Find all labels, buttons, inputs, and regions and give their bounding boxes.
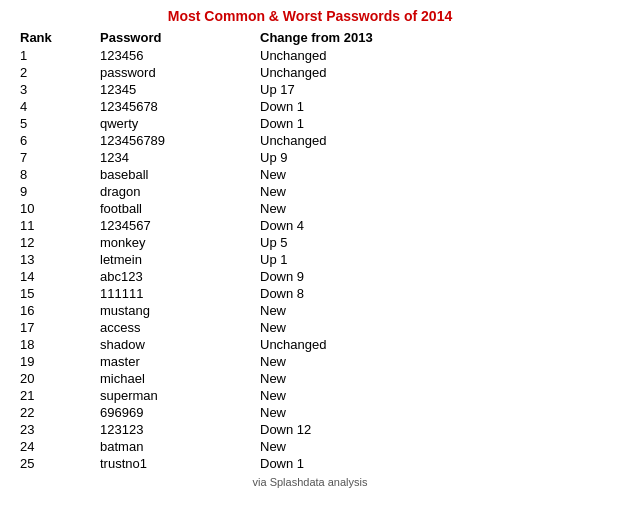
cell-rank: 18 bbox=[20, 337, 100, 352]
cell-password: mustang bbox=[100, 303, 260, 318]
cell-change: Unchanged bbox=[260, 337, 440, 352]
table-header: Rank Password Change from 2013 bbox=[20, 28, 600, 47]
cell-password: master bbox=[100, 354, 260, 369]
cell-change: Up 5 bbox=[260, 235, 440, 250]
table-row: 111234567Down 4 bbox=[20, 217, 600, 234]
cell-change: Down 8 bbox=[260, 286, 440, 301]
table-row: 25trustno1Down 1 bbox=[20, 455, 600, 472]
cell-rank: 21 bbox=[20, 388, 100, 403]
header-change: Change from 2013 bbox=[260, 30, 440, 45]
table-row: 18shadowUnchanged bbox=[20, 336, 600, 353]
cell-change: Down 12 bbox=[260, 422, 440, 437]
table-row: 15111111Down 8 bbox=[20, 285, 600, 302]
cell-change: Down 1 bbox=[260, 116, 440, 131]
cell-rank: 20 bbox=[20, 371, 100, 386]
cell-rank: 10 bbox=[20, 201, 100, 216]
cell-change: New bbox=[260, 320, 440, 335]
cell-change: New bbox=[260, 303, 440, 318]
table-row: 22696969New bbox=[20, 404, 600, 421]
cell-rank: 17 bbox=[20, 320, 100, 335]
cell-change: Up 9 bbox=[260, 150, 440, 165]
table-row: 16mustangNew bbox=[20, 302, 600, 319]
cell-change: New bbox=[260, 167, 440, 182]
cell-change: Up 1 bbox=[260, 252, 440, 267]
cell-password: 12345678 bbox=[100, 99, 260, 114]
cell-rank: 25 bbox=[20, 456, 100, 471]
cell-password: 696969 bbox=[100, 405, 260, 420]
table-row: 24batmanNew bbox=[20, 438, 600, 455]
table-row: 19masterNew bbox=[20, 353, 600, 370]
cell-change: Down 1 bbox=[260, 99, 440, 114]
cell-change: Up 17 bbox=[260, 82, 440, 97]
cell-rank: 22 bbox=[20, 405, 100, 420]
cell-password: monkey bbox=[100, 235, 260, 250]
cell-password: letmein bbox=[100, 252, 260, 267]
cell-rank: 14 bbox=[20, 269, 100, 284]
cell-rank: 15 bbox=[20, 286, 100, 301]
table-row: 13letmeinUp 1 bbox=[20, 251, 600, 268]
table-row: 9dragonNew bbox=[20, 183, 600, 200]
cell-rank: 24 bbox=[20, 439, 100, 454]
cell-password: baseball bbox=[100, 167, 260, 182]
cell-rank: 4 bbox=[20, 99, 100, 114]
cell-rank: 3 bbox=[20, 82, 100, 97]
cell-change: New bbox=[260, 184, 440, 199]
cell-password: batman bbox=[100, 439, 260, 454]
cell-rank: 9 bbox=[20, 184, 100, 199]
cell-password: dragon bbox=[100, 184, 260, 199]
table-row: 312345Up 17 bbox=[20, 81, 600, 98]
cell-password: 111111 bbox=[100, 286, 260, 301]
footer-text: via Splashdata analysis bbox=[20, 476, 600, 488]
cell-password: 1234 bbox=[100, 150, 260, 165]
cell-change: New bbox=[260, 201, 440, 216]
table-row: 17accessNew bbox=[20, 319, 600, 336]
table-row: 6123456789Unchanged bbox=[20, 132, 600, 149]
table-row: 8baseballNew bbox=[20, 166, 600, 183]
table-row: 14abc123Down 9 bbox=[20, 268, 600, 285]
cell-rank: 5 bbox=[20, 116, 100, 131]
header-rank: Rank bbox=[20, 30, 100, 45]
cell-rank: 11 bbox=[20, 218, 100, 233]
table-row: 10footballNew bbox=[20, 200, 600, 217]
cell-change: Down 4 bbox=[260, 218, 440, 233]
cell-rank: 2 bbox=[20, 65, 100, 80]
cell-change: New bbox=[260, 388, 440, 403]
cell-password: abc123 bbox=[100, 269, 260, 284]
cell-password: trustno1 bbox=[100, 456, 260, 471]
table-body: 1123456Unchanged2passwordUnchanged312345… bbox=[20, 47, 600, 472]
cell-change: Unchanged bbox=[260, 48, 440, 63]
cell-password: 123123 bbox=[100, 422, 260, 437]
cell-rank: 1 bbox=[20, 48, 100, 63]
cell-password: qwerty bbox=[100, 116, 260, 131]
cell-password: shadow bbox=[100, 337, 260, 352]
cell-rank: 6 bbox=[20, 133, 100, 148]
cell-password: 123456789 bbox=[100, 133, 260, 148]
cell-rank: 23 bbox=[20, 422, 100, 437]
table-row: 21supermanNew bbox=[20, 387, 600, 404]
table-row: 5qwertyDown 1 bbox=[20, 115, 600, 132]
cell-change: Unchanged bbox=[260, 65, 440, 80]
table-row: 12monkeyUp 5 bbox=[20, 234, 600, 251]
cell-rank: 16 bbox=[20, 303, 100, 318]
cell-change: New bbox=[260, 371, 440, 386]
cell-rank: 7 bbox=[20, 150, 100, 165]
cell-password: football bbox=[100, 201, 260, 216]
cell-change: Down 1 bbox=[260, 456, 440, 471]
table-row: 71234Up 9 bbox=[20, 149, 600, 166]
cell-rank: 13 bbox=[20, 252, 100, 267]
table-row: 2passwordUnchanged bbox=[20, 64, 600, 81]
cell-password: 123456 bbox=[100, 48, 260, 63]
header-password: Password bbox=[100, 30, 260, 45]
cell-change: New bbox=[260, 439, 440, 454]
table-row: 23123123Down 12 bbox=[20, 421, 600, 438]
main-container: Most Common & Worst Passwords of 2014 Ra… bbox=[0, 0, 620, 496]
cell-password: access bbox=[100, 320, 260, 335]
cell-change: Down 9 bbox=[260, 269, 440, 284]
cell-rank: 12 bbox=[20, 235, 100, 250]
table-row: 412345678Down 1 bbox=[20, 98, 600, 115]
table-row: 1123456Unchanged bbox=[20, 47, 600, 64]
cell-password: 12345 bbox=[100, 82, 260, 97]
cell-password: superman bbox=[100, 388, 260, 403]
cell-password: password bbox=[100, 65, 260, 80]
cell-rank: 8 bbox=[20, 167, 100, 182]
